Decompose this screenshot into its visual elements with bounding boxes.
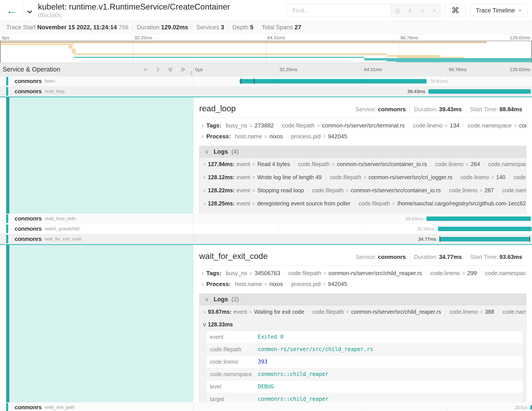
expand-down-icon: ∨ [201, 321, 208, 328]
find-clear-icon[interactable]: × [432, 7, 436, 14]
process-row[interactable]: › Process: host.name=nixos process.pid=9… [199, 279, 526, 290]
trace-start: Trace Start November 15 2022, 11:24:14.7… [2, 24, 133, 31]
span-duration: 303μs [515, 405, 528, 410]
find-input[interactable] [287, 4, 390, 17]
span-bar[interactable] [530, 405, 532, 410]
span-operation: write_exit_path [45, 405, 75, 410]
minimap-span [68, 45, 72, 49]
divider [199, 265, 526, 265]
table-row: code.lineno393 [206, 356, 523, 368]
divider [199, 118, 526, 118]
tag-chip: code.lineno=134 [409, 122, 464, 129]
expand-one-icon[interactable] [155, 67, 161, 72]
expand-down-icon: ∨ [203, 148, 210, 155]
expand-right-icon: › [201, 161, 208, 168]
timeline-ruler: 0μs 32.25ms 64.51ms 96.76ms 129.02ms [193, 63, 532, 76]
find-group: ◎ ∧ ∨ × [287, 4, 440, 17]
tags-row[interactable]: › Tags: busy_ns=34506763 code.filepath=c… [199, 268, 526, 279]
detail-duration: Duration: 34.77ms [410, 254, 466, 260]
detail-service: Service: conmonrs [352, 254, 410, 260]
back-button[interactable]: ← [0, 0, 23, 21]
expand-all-icon[interactable] [180, 67, 186, 72]
detail-indent-column [0, 97, 193, 214]
minimap-span [74, 53, 387, 55]
minimap-span [72, 49, 76, 53]
span-row-read-loop-stdin[interactable]: conmonrs read_loop_stdin 39.69ms [0, 214, 532, 224]
span-row-read-loop[interactable]: conmonrs read_loop 39.43ms [0, 86, 532, 97]
tag-chip: busy_ns=34506763 [225, 270, 284, 277]
logs-count: (4) [232, 148, 239, 155]
keyboard-shortcuts-button[interactable]: ⌘ [445, 4, 466, 17]
span-duration: 35.58ms [417, 226, 435, 232]
minimap-span [387, 55, 439, 57]
view-selector-button[interactable]: Trace Timeline [470, 4, 528, 17]
span-row-listen[interactable]: conmonrs listen 70.91ms [0, 76, 532, 86]
page-header: ← kubelet: runtime.v1.RuntimeService/Cre… [0, 0, 532, 21]
span-row-wait-for-exit-code[interactable]: conmonrs wait_for_exit_code 34.77ms [0, 234, 532, 244]
expand-right-icon: › [201, 308, 208, 315]
log-entry[interactable]: › 128.22ms: event=Stopping read loop cod… [200, 184, 526, 197]
find-next-icon[interactable]: ∨ [420, 7, 425, 14]
log-entry[interactable]: › 128.12ms: event=Wrote log line of leng… [200, 171, 526, 184]
span-row-write-exit-path[interactable]: conmonrs write_exit_path 303μs [0, 402, 532, 411]
command-icon: ⌘ [451, 6, 459, 15]
detail-service: Service: conmonrs [352, 106, 410, 113]
find-prev-icon[interactable]: ∧ [408, 7, 413, 14]
expand-right-icon: › [201, 187, 208, 194]
process-chip: process.pid=942045 [287, 133, 351, 140]
collapse-one-icon[interactable] [143, 67, 148, 72]
minimap-span [396, 61, 532, 62]
minimap-left-scrubber[interactable] [0, 41, 1, 63]
span-bar[interactable] [426, 216, 531, 221]
logs-count: (2) [232, 296, 239, 303]
logs-header[interactable]: ∨ Logs (4) [200, 146, 526, 158]
chevron-down-icon [26, 9, 33, 15]
detail-title: wait_for_exit_code [199, 248, 268, 261]
collapse-all-icon[interactable] [168, 67, 173, 72]
detail-start-time: Start Time: 93.63ms [466, 254, 526, 260]
span-service: conmonrs [15, 78, 42, 85]
trace-depth: Depth 5 [228, 24, 257, 31]
view-selector-label: Trace Timeline [476, 7, 515, 14]
log-fields-table: eventExited 0 code.filepathconmon-rs/ser… [206, 331, 523, 402]
minimap-canvas[interactable] [0, 41, 532, 63]
span-bar[interactable] [428, 89, 531, 94]
process-chip: process.pid=942045 [287, 281, 351, 288]
tag-chip: code.lineno=299 [426, 270, 481, 277]
span-operation: watch_grandchild [45, 226, 79, 231]
tag-chip: code.filepath=conmon-rs/server/src/termi… [278, 122, 409, 129]
detail-start-time: Start Time: 88.84ms [466, 106, 526, 113]
table-row: code.namespaceconmonrs::child_reaper [206, 368, 523, 381]
column-resize-grip[interactable]: ∥ [190, 70, 192, 76]
span-row-watch-grandchild[interactable]: conmonrs watch_grandchild 35.58ms [0, 224, 532, 234]
process-row[interactable]: › Process: host.name=nixos process.pid=9… [199, 131, 526, 142]
minimap-spans[interactable] [0, 41, 532, 63]
minimap-span [387, 60, 532, 61]
span-bar[interactable] [240, 79, 427, 83]
service-operation-header: Service & Operation [3, 66, 60, 73]
span-service: conmonrs [15, 215, 42, 222]
span-service: conmonrs [15, 225, 42, 232]
minimap-span [74, 57, 364, 58]
match-scope-icon[interactable]: ◎ [395, 7, 400, 14]
log-marker [241, 78, 241, 84]
tags-row[interactable]: › Tags: busy_ns=273882 code.filepath=con… [199, 120, 526, 131]
trace-summary-bar: Trace Start November 15 2022, 11:24:14.7… [0, 21, 532, 34]
log-marker [254, 78, 255, 84]
table-row: targetconmonrs::child_reaper [206, 393, 523, 402]
span-bar[interactable] [439, 237, 530, 241]
log-entry-expanded-header[interactable]: ∨ 128.33ms [200, 318, 526, 330]
log-entry[interactable]: › 93.87ms: event=Waiting for exit code c… [200, 305, 526, 318]
log-entry[interactable]: › 128.25ms: event=deregistering event so… [200, 197, 526, 210]
collapse-trace-button[interactable] [23, 6, 36, 15]
trace-id-short: d8a3a0c [38, 11, 287, 19]
span-duration: 34.77ms [418, 236, 436, 242]
log-entry[interactable]: › 127.94ms: event=Read 4 bytes code.file… [200, 158, 526, 171]
table-row: eventExited 0 [206, 331, 523, 343]
logs-note: Log timestamps are relative to the start… [200, 210, 526, 214]
logs-header[interactable]: ∨ Logs (2) [200, 294, 526, 305]
trace-services: Services 3 [192, 24, 228, 31]
expand-right-icon: › [201, 174, 208, 181]
expand-right-icon: › [199, 122, 206, 129]
span-bar[interactable] [438, 227, 532, 231]
